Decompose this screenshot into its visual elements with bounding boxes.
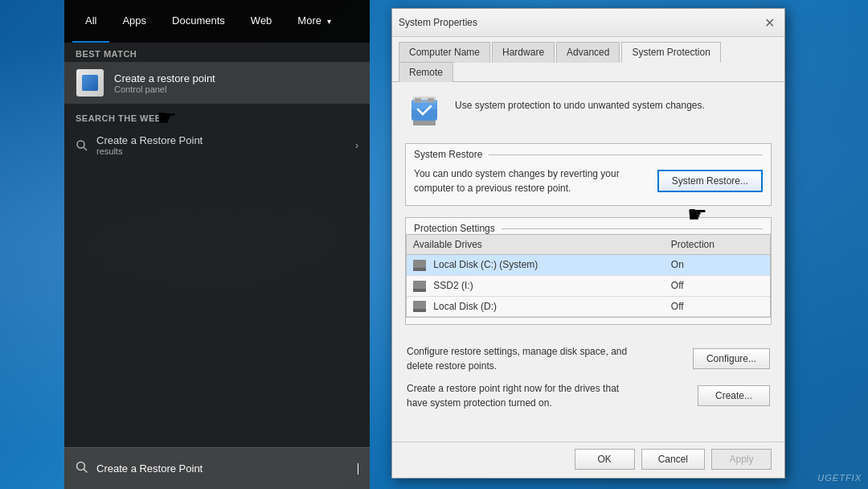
protection-settings-label: Protection Settings <box>406 218 771 234</box>
tab-more[interactable]: More ▾ <box>285 0 343 43</box>
ok-button[interactable]: OK <box>575 449 635 470</box>
search-web-label: Search the web <box>64 104 370 128</box>
search-input[interactable]: Create a Restore Point <box>96 462 357 475</box>
best-match-text: Create a restore point Control panel <box>114 72 215 94</box>
dialog-tabs: Computer Name Hardware Advanced System P… <box>392 37 784 82</box>
search-result-text: Create a Restore Point <box>96 134 355 146</box>
tab-system-protection[interactable]: System Protection <box>621 42 720 63</box>
dialog-footer: OK Cancel Apply <box>392 442 784 478</box>
best-match-subtitle: Control panel <box>114 84 215 94</box>
drive-icon-d <box>413 301 426 312</box>
best-match-title: Create a restore point <box>114 72 215 84</box>
system-restore-content: You can undo system changes by reverting… <box>406 160 771 205</box>
drive-name-c: Local Disk (C:) (System) <box>407 255 665 276</box>
text-cursor <box>358 463 358 475</box>
bottom-actions: Configure restore settings, manage disk … <box>405 344 772 418</box>
dialog-title: System Properties <box>399 17 760 28</box>
search-web-item[interactable]: Create a Restore Point results › <box>64 128 370 162</box>
search-icon <box>76 139 88 152</box>
dialog-content: Use system protection to undo unwanted s… <box>392 82 784 442</box>
search-result-sub: results <box>96 146 355 156</box>
svg-line-1 <box>84 147 87 150</box>
control-panel-icon-wrapper <box>76 68 104 97</box>
start-menu: All Apps Documents Web More ▾ Best match… <box>64 0 370 489</box>
tab-web[interactable]: Web <box>238 0 285 43</box>
tab-documents[interactable]: Documents <box>159 0 238 43</box>
dialog-titlebar: System Properties ✕ <box>392 9 784 37</box>
info-row: Use system protection to undo unwanted s… <box>405 92 772 130</box>
drive-protection-i: Off <box>665 275 770 296</box>
apply-button[interactable]: Apply <box>711 449 772 470</box>
drive-icon-i <box>413 281 426 292</box>
chevron-down-icon: ▾ <box>327 17 331 26</box>
system-restore-label: System Restore <box>406 144 771 160</box>
configure-desc: Configure restore settings, manage disk … <box>407 344 632 373</box>
tab-apps[interactable]: Apps <box>109 0 159 43</box>
chevron-right-icon: › <box>355 140 358 151</box>
svg-rect-10 <box>413 97 436 103</box>
drive-name-d: Local Disk (D:) <box>407 296 665 317</box>
search-bar[interactable]: Create a Restore Point <box>64 447 370 489</box>
protection-settings-section: Protection Settings Available Drives Pro… <box>405 217 772 325</box>
search-bar-icon <box>76 461 88 476</box>
configure-row: Configure restore settings, manage disk … <box>405 344 772 373</box>
best-match-label: Best match <box>64 43 370 62</box>
svg-line-3 <box>84 469 88 473</box>
shield-icon <box>405 92 444 130</box>
system-properties-dialog: System Properties ✕ Computer Name Hardwa… <box>391 8 785 479</box>
tab-advanced[interactable]: Advanced <box>556 42 620 63</box>
drive-row-c[interactable]: Local Disk (C:) (System) On <box>407 255 770 276</box>
system-restore-button[interactable]: System Restore... <box>657 170 763 192</box>
configure-button[interactable]: Configure... <box>693 348 770 369</box>
svg-point-0 <box>77 141 84 148</box>
tab-computer-name[interactable]: Computer Name <box>399 42 490 63</box>
drive-name-i: SSD2 (I:) <box>407 275 665 296</box>
tab-hardware[interactable]: Hardware <box>492 42 555 63</box>
watermark: UGETFIX <box>817 473 862 483</box>
drive-row-d[interactable]: Local Disk (D:) Off <box>407 296 770 317</box>
drive-protection-d: Off <box>665 296 770 317</box>
drive-row-i[interactable]: SSD2 (I:) Off <box>407 275 770 296</box>
control-panel-icon <box>76 69 104 97</box>
create-desc: Create a restore point right now for the… <box>407 381 632 410</box>
tab-remote[interactable]: Remote <box>399 62 453 82</box>
dialog-close-button[interactable]: ✕ <box>760 14 778 31</box>
protection-table: Available Drives Protection Local Disk (… <box>406 234 771 318</box>
cancel-button[interactable]: Cancel <box>641 449 705 470</box>
svg-rect-9 <box>413 121 436 125</box>
col-available-drives: Available Drives <box>407 235 665 255</box>
create-row: Create a restore point right now for the… <box>405 381 772 410</box>
system-restore-section: System Restore You can undo system chang… <box>405 143 772 206</box>
start-menu-tabs: All Apps Documents Web More ▾ <box>64 0 370 43</box>
create-button[interactable]: Create... <box>698 385 770 406</box>
tab-all[interactable]: All <box>72 0 109 43</box>
info-text: Use system protection to undo unwanted s… <box>455 92 705 113</box>
best-match-item[interactable]: Create a restore point Control panel <box>64 62 370 104</box>
system-restore-desc: You can undo system changes by reverting… <box>414 166 639 195</box>
col-protection: Protection <box>665 235 770 255</box>
drive-icon-c <box>413 260 426 271</box>
drive-protection-c: On <box>665 255 770 276</box>
